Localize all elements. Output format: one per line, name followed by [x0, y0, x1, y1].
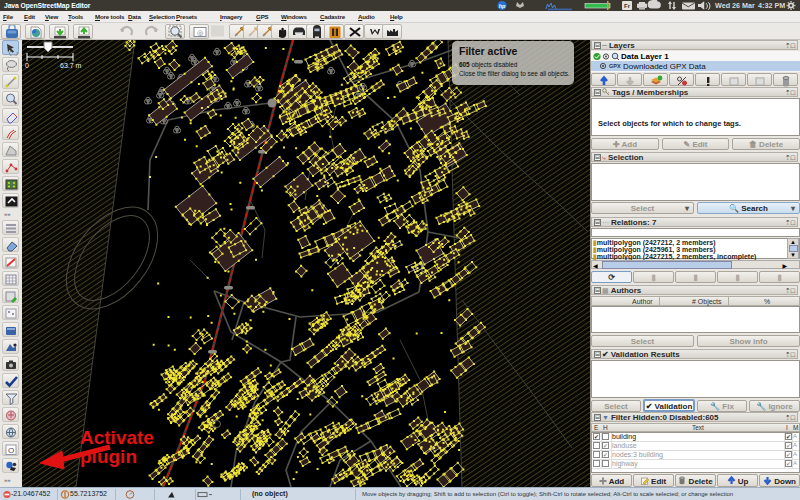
svg-text:hp: hp	[499, 3, 506, 9]
svg-text:O: O	[8, 446, 14, 455]
svg-text:◎: ◎	[197, 29, 203, 36]
svg-text:Fr: Fr	[624, 3, 631, 9]
svg-text:0: 0	[25, 62, 29, 69]
svg-text:4:32 PM: 4:32 PM	[758, 1, 785, 10]
svg-text:Wed 26 Mar: Wed 26 Mar	[715, 1, 755, 10]
svg-text:63.7 m: 63.7 m	[60, 62, 82, 69]
